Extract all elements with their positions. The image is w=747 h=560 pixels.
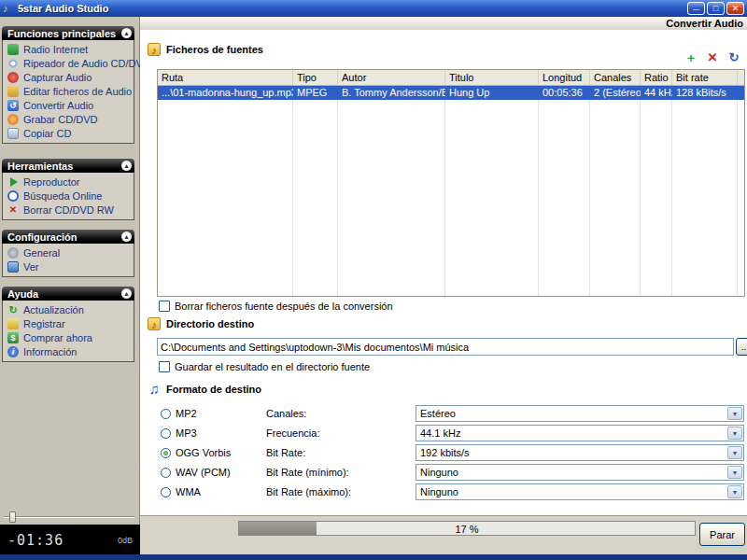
collapse-icon[interactable] [121,161,132,171]
slider-track[interactable] [4,516,134,518]
sources-section-header: Ficheros de fuentes [148,43,263,56]
maximize-button[interactable] [707,2,725,15]
wav-pcm-radio-label[interactable]: WAV (PCM) [176,467,264,478]
mp3-radio[interactable] [161,428,171,439]
sidebar-item-label: Ripeador de Audio CD/DVD [23,58,150,69]
sidebar-item-grabar[interactable]: Grabar CD/DVD [3,112,134,126]
collapse-icon[interactable] [121,288,132,299]
mp2-radio[interactable] [161,409,171,419]
bitrate-min-label: Bit Rate (mínimo): [266,467,349,478]
sidebar-item-editar[interactable]: Editar ficheros de Audio [3,84,134,98]
sidebar-item-borrar-cd[interactable]: Borrar CD/DVD RW [3,203,134,217]
destination-section-title: Directorio destino [166,318,254,329]
bitrate-max-dropdown[interactable]: Ninguno [416,483,744,500]
sidebar-group-herramientas: Herramientas Reproductor Búsqueda Online… [2,159,134,220]
save-in-source-row: Guardar el resultado en el directorio fu… [159,361,370,372]
cd-ripper-icon [7,58,19,69]
sidebar-item-label: Editar ficheros de Audio [23,86,132,97]
save-in-source-checkbox[interactable] [159,361,170,372]
format-row-mp2: MP2 Canales: Estéreo [161,405,745,422]
wma-radio[interactable] [161,487,171,497]
sidebar-item-copiar[interactable]: Copiar CD [3,126,134,140]
sources-section-title: Ficheros de fuentes [166,44,263,55]
convert-audio-icon [7,100,19,111]
column-header-titulo[interactable]: Titulo [445,70,539,85]
format-music-icon [148,383,161,396]
source-files-table: Ruta Tipo Autor Titulo Longitud Canales … [157,69,745,297]
stop-button[interactable]: Parar [699,523,745,546]
collapse-icon[interactable] [121,231,132,242]
group-items: Actualización Registrar Comprar ahora In… [2,301,134,362]
sidebar-item-actualizacion[interactable]: Actualización [3,302,134,316]
group-header-configuracion[interactable]: Configuración [2,230,134,244]
erase-cd-icon [7,204,19,216]
player-seek-slider[interactable] [4,511,134,523]
sidebar-item-radio-internet[interactable]: Radio Internet [3,42,134,56]
column-header-ruta[interactable]: Ruta [158,70,293,85]
delete-after-conversion-checkbox[interactable] [159,301,170,312]
sidebar-item-busqueda[interactable]: Búsqueda Online [3,189,134,203]
add-files-icon[interactable] [684,50,698,65]
title-bar: 5star Audio Studio [0,0,747,17]
chevron-down-icon [727,446,742,459]
sidebar-item-capturar[interactable]: Capturar Audio [3,70,134,84]
cell-canales: 2 (Estéreo) [590,86,641,100]
table-row-selected[interactable]: ...\01-madonna-hung_up.mp3 MPEG B. Tommy… [158,86,744,100]
column-header-tipo[interactable]: Tipo [293,70,338,85]
sidebar: Funciones principales Radio Internet Rip… [0,17,140,560]
collapse-icon[interactable] [121,28,132,38]
sidebar-item-label: Convertir Audio [23,100,93,111]
sidebar-item-ver[interactable]: Ver [3,259,134,273]
bitrate-label: Bit Rate: [266,447,305,458]
edit-audio-icon [7,86,19,97]
group-items: Radio Internet Ripeador de Audio CD/DVD … [2,40,134,144]
sidebar-item-label: Comprar ahora [23,332,92,343]
group-header-herramientas[interactable]: Herramientas [2,159,134,173]
sidebar-item-comprar[interactable]: Comprar ahora [3,330,134,344]
column-header-longitud[interactable]: Longitud [539,70,590,85]
general-settings-icon [7,247,19,259]
close-button[interactable] [726,2,744,15]
wav-pcm-radio[interactable] [161,468,171,478]
sidebar-item-label: Información [23,346,77,357]
group-header-ayuda[interactable]: Ayuda [2,287,134,301]
player-icon [7,176,19,188]
column-header-bitrate[interactable]: Bit rate [672,70,738,85]
slider-thumb[interactable] [9,511,16,523]
column-header-ratio[interactable]: Ratio [641,70,672,85]
player-lcd-display: -01:36 0dB [0,525,140,556]
sidebar-item-general[interactable]: General [3,245,134,259]
remove-file-icon[interactable] [705,50,720,65]
bitrate-dropdown[interactable]: 192 kbits/s [416,444,744,461]
sidebar-item-registrar[interactable]: Registrar [3,316,134,330]
sidebar-item-reproductor[interactable]: Reproductor [3,175,134,189]
conversion-progress-bar: 17 % [238,521,696,536]
sidebar-item-ripeador[interactable]: Ripeador de Audio CD/DVD [3,56,134,70]
mp2-radio-label[interactable]: MP2 [176,408,264,419]
browse-button[interactable]: ... [736,338,747,356]
group-items: Reproductor Búsqueda Online Borrar CD/DV… [2,173,134,220]
chevron-down-icon [727,407,742,420]
sidebar-item-informacion[interactable]: Información [3,344,134,358]
column-header-canales[interactable]: Canales [590,70,641,85]
chevron-down-icon [727,466,742,479]
minimize-button[interactable] [687,2,705,15]
bitrate-min-dropdown[interactable]: Ninguno [416,464,744,481]
mp3-radio-label[interactable]: MP3 [176,427,264,439]
sidebar-item-convertir[interactable]: Convertir Audio [3,98,134,112]
canales-dropdown[interactable]: Estéreo [416,405,744,422]
frecuencia-dropdown[interactable]: 44.1 kHz [416,425,744,441]
ogg-vorbis-radio-label[interactable]: OGG Vorbis [176,447,264,458]
group-title: Funciones principales [7,28,116,39]
destination-path-input[interactable] [157,338,734,356]
cell-filler [738,86,744,100]
chevron-down-icon [727,485,742,498]
ogg-vorbis-radio[interactable] [161,448,171,458]
group-title: Herramientas [7,161,73,172]
column-header-autor[interactable]: Autor [338,70,445,85]
group-header-funciones[interactable]: Funciones principales [2,26,134,40]
format-section-title: Formato de destino [166,384,261,395]
wma-radio-label[interactable]: WMA [176,486,264,497]
clear-list-icon[interactable] [726,50,741,65]
cell-bitrate: 128 kBits/s [672,86,738,100]
